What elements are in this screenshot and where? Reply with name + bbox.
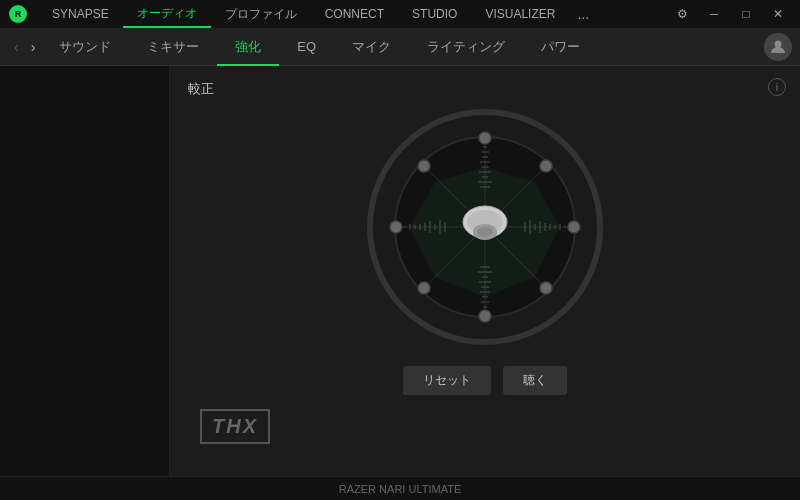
- sub-nav-right: [764, 33, 792, 61]
- svg-text:R: R: [15, 9, 22, 19]
- nav-visualizer[interactable]: VISUALIZER: [471, 0, 569, 28]
- window-controls: ⚙ ─ □ ✕: [668, 0, 792, 28]
- minimize-button[interactable]: ─: [700, 0, 728, 28]
- subnav-sound[interactable]: サウンド: [41, 28, 129, 66]
- info-icon[interactable]: i: [768, 78, 786, 96]
- nav-back-arrow[interactable]: ‹: [8, 39, 25, 55]
- maximize-button[interactable]: □: [732, 0, 760, 28]
- reset-button[interactable]: リセット: [403, 366, 491, 395]
- content-area: 較正 i: [170, 66, 800, 476]
- svg-point-52: [568, 221, 580, 233]
- close-button[interactable]: ✕: [764, 0, 792, 28]
- device-name: RAZER NARI ULTIMATE: [339, 483, 461, 495]
- nav-synapse[interactable]: SYNAPSE: [38, 0, 123, 28]
- nav-more[interactable]: ...: [569, 6, 597, 22]
- avatar[interactable]: [764, 33, 792, 61]
- buttons-container: リセット 聴く: [403, 366, 567, 395]
- subnav-eq[interactable]: EQ: [279, 28, 334, 66]
- nav-forward-arrow[interactable]: ›: [25, 39, 42, 55]
- svg-point-2: [775, 40, 782, 47]
- main-area: 較正 i: [0, 66, 800, 476]
- thx-text: THX: [212, 415, 258, 437]
- nav-studio[interactable]: STUDIO: [398, 0, 471, 28]
- settings-button[interactable]: ⚙: [668, 0, 696, 28]
- subnav-enhance[interactable]: 強化: [217, 28, 279, 66]
- thx-logo: THX: [200, 409, 270, 444]
- nav-audio[interactable]: オーディオ: [123, 0, 211, 28]
- svg-point-55: [418, 282, 430, 294]
- calibration-label: 較正: [188, 80, 214, 98]
- status-bar: RAZER NARI ULTIMATE: [0, 476, 800, 500]
- svg-point-53: [540, 282, 552, 294]
- sidebar: [0, 66, 170, 476]
- svg-point-51: [540, 160, 552, 172]
- user-icon: [770, 39, 786, 55]
- svg-point-61: [477, 227, 493, 237]
- title-nav: SYNAPSE オーディオ プロファイル CONNECT STUDIO VISU…: [38, 0, 668, 28]
- eq-container[interactable]: [360, 102, 610, 352]
- title-bar: R SYNAPSE オーディオ プロファイル CONNECT STUDIO VI…: [0, 0, 800, 28]
- svg-point-57: [418, 160, 430, 172]
- svg-point-56: [390, 221, 402, 233]
- svg-point-50: [479, 132, 491, 144]
- subnav-mixer[interactable]: ミキサー: [129, 28, 217, 66]
- listen-button[interactable]: 聴く: [503, 366, 567, 395]
- subnav-lighting[interactable]: ライティング: [409, 28, 523, 66]
- eq-visualizer: [360, 102, 610, 352]
- nav-connect[interactable]: CONNECT: [311, 0, 398, 28]
- svg-point-54: [479, 310, 491, 322]
- sub-nav: ‹ › サウンド ミキサー 強化 EQ マイク ライティング パワー: [0, 28, 800, 66]
- subnav-power[interactable]: パワー: [523, 28, 598, 66]
- razer-logo-icon: R: [8, 4, 28, 24]
- nav-profile[interactable]: プロファイル: [211, 0, 311, 28]
- subnav-mic[interactable]: マイク: [334, 28, 409, 66]
